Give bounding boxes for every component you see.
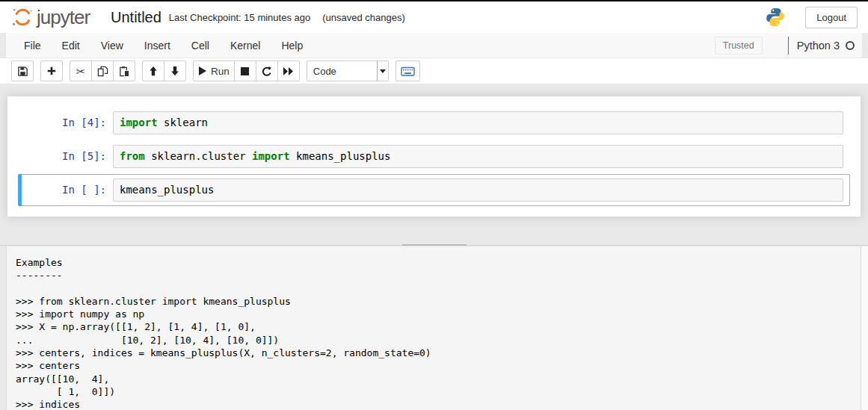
cell-type-value: Code [307, 61, 377, 81]
kernel-idle-icon [846, 41, 855, 50]
run-button[interactable]: Run [193, 60, 235, 81]
chevron-down-icon [380, 69, 386, 73]
command-palette-button[interactable] [395, 60, 420, 81]
copy-icon [97, 66, 108, 77]
autosave-status: (unsaved changes) [322, 12, 405, 23]
select-arrow-box [377, 61, 388, 81]
menu-cell[interactable]: Cell [181, 34, 220, 58]
pager-panel: Examples -------- >>> from sklearn.clust… [6, 246, 868, 410]
input-prompt: In [5]: [25, 145, 113, 168]
paste-icon [119, 66, 130, 77]
code-cell-1[interactable]: In [4]: import sklearn [18, 107, 850, 139]
python-logo-icon [765, 7, 786, 28]
code-token: kmeans_plusplus [120, 184, 214, 196]
stop-icon [240, 66, 250, 76]
copy-cell-button[interactable] [91, 60, 114, 81]
code-input[interactable]: kmeans_plusplus [113, 178, 843, 202]
restart-run-all-button[interactable] [277, 60, 300, 81]
code-input[interactable]: import sklearn [113, 111, 843, 134]
paste-cell-button[interactable] [113, 60, 135, 81]
kernel-divider [788, 37, 789, 55]
kernel-name: Python 3 [797, 40, 840, 52]
toolbar: ✂ [0, 58, 868, 84]
checkpoint-status: Last Checkpoint: 15 minutes ago [169, 12, 310, 23]
input-prompt: In [4]: [25, 111, 113, 134]
input-prompt: In [ ]: [25, 178, 113, 202]
run-icon [198, 66, 207, 76]
menu-view[interactable]: View [90, 34, 134, 58]
keyword-token: from [120, 150, 145, 162]
add-cell-button[interactable] [40, 60, 63, 81]
menu-edit[interactable]: Edit [52, 34, 90, 58]
jupyter-logo-text: jupyter [37, 6, 90, 29]
cell-type-select[interactable]: Code [307, 60, 389, 81]
restart-kernel-button[interactable] [256, 60, 278, 81]
notebook-title[interactable]: Untitled [111, 9, 161, 26]
code-cell-2[interactable]: In [5]: from sklearn.cluster import kmea… [18, 140, 850, 173]
header: jupyter Untitled Last Checkpoint: 15 min… [0, 1, 868, 33]
jupyter-logo[interactable]: jupyter [10, 5, 90, 29]
cut-icon: ✂ [76, 66, 86, 77]
interrupt-kernel-button[interactable] [234, 60, 256, 81]
menu-file[interactable]: File [13, 34, 52, 58]
notebook-container: In [4]: import sklearn In [5]: from skle… [7, 96, 861, 217]
arrow-up-icon [148, 66, 158, 76]
arrow-down-icon [170, 66, 180, 76]
docstring-text: Examples -------- >>> from sklearn.clust… [7, 246, 868, 410]
keyboard-icon [401, 66, 415, 77]
save-button[interactable] [11, 60, 34, 81]
move-cell-up-button[interactable] [142, 60, 164, 81]
menubar: File Edit View Insert Cell Kernel Help T… [5, 33, 863, 58]
cut-cell-button[interactable]: ✂ [70, 60, 92, 81]
code-token: sklearn [158, 117, 208, 128]
code-input[interactable]: from sklearn.cluster import kmeans_plusp… [113, 145, 843, 168]
plus-icon [46, 66, 57, 76]
run-button-label: Run [211, 66, 230, 77]
save-icon [17, 66, 28, 77]
restart-icon [261, 66, 272, 77]
notebook-panel: In [4]: import sklearn In [5]: from skle… [0, 96, 868, 238]
pager-scrollbar[interactable] [861, 246, 868, 410]
code-token: sklearn.cluster [145, 150, 252, 162]
keyword-token: import [120, 117, 158, 128]
code-cell-3-selected[interactable]: In [ ]: kmeans_plusplus [18, 174, 850, 206]
menu-kernel[interactable]: Kernel [220, 34, 271, 58]
move-cell-down-button[interactable] [164, 60, 186, 81]
trusted-badge: Trusted [715, 37, 763, 55]
menu-help[interactable]: Help [271, 34, 313, 58]
keyword-token: import [252, 150, 290, 162]
menu-insert[interactable]: Insert [134, 34, 181, 58]
fast-forward-icon [283, 66, 294, 76]
jupyter-logo-icon [10, 5, 34, 29]
logout-button[interactable]: Logout [805, 7, 858, 28]
code-token: kmeans_plusplus [290, 150, 391, 162]
pager-resize-handle[interactable] [0, 238, 868, 246]
